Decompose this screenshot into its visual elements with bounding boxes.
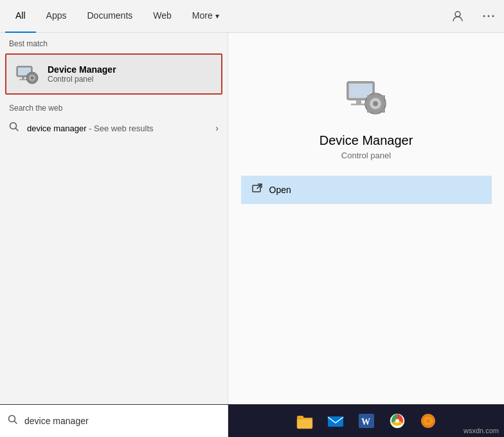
tab-apps[interactable]: Apps [36, 0, 77, 33]
open-button[interactable]: Open [241, 176, 492, 204]
search-icon [9, 122, 19, 135]
open-icon [251, 183, 263, 197]
device-manager-icon-large [341, 71, 392, 123]
best-match-item[interactable]: Device Manager Control panel [5, 53, 222, 95]
svg-rect-38 [328, 416, 343, 427]
person-icon-button[interactable] [447, 6, 468, 26]
dm-icon-svg [14, 61, 40, 87]
right-panel: Device Manager Control panel Open [228, 33, 504, 404]
tab-all[interactable]: All [5, 0, 36, 33]
taskbar-app-misc[interactable] [414, 407, 442, 435]
best-match-text: Device Manager Control panel [48, 64, 116, 84]
word-icon: W [357, 412, 375, 430]
open-window-icon [251, 183, 263, 194]
svg-point-43 [395, 419, 399, 423]
svg-rect-31 [382, 95, 385, 98]
svg-line-33 [257, 184, 262, 189]
tab-more[interactable]: More [182, 0, 230, 33]
taskbar-search-bar[interactable] [0, 405, 228, 438]
web-search-item[interactable]: device manager - See web results › [0, 115, 228, 141]
svg-point-45 [426, 419, 430, 423]
svg-rect-19 [356, 100, 361, 104]
svg-point-23 [373, 101, 378, 106]
svg-rect-28 [367, 95, 370, 98]
svg-rect-29 [382, 109, 385, 113]
svg-rect-24 [374, 93, 377, 97]
person-icon [452, 10, 464, 22]
tab-web[interactable]: Web [143, 0, 182, 33]
taskbar-search-icon [8, 414, 18, 427]
svg-point-10 [31, 77, 34, 80]
device-manager-icon-small [14, 61, 40, 87]
detail-title: Device Manager [320, 133, 413, 148]
web-search-label: Search the web [0, 97, 228, 115]
svg-point-2 [488, 15, 490, 17]
taskbar-app-file-explorer[interactable] [291, 407, 319, 435]
best-match-title: Device Manager [48, 64, 116, 75]
svg-line-16 [16, 129, 19, 131]
svg-point-1 [483, 15, 485, 17]
file-explorer-icon [296, 412, 314, 430]
chevron-right-icon: › [215, 123, 219, 133]
svg-rect-14 [36, 77, 38, 79]
nav-right-controls [447, 6, 499, 26]
tab-documents[interactable]: Documents [76, 0, 143, 33]
top-nav: All Apps Documents Web More [0, 0, 504, 33]
dm-icon-large-svg [343, 74, 390, 120]
svg-rect-6 [22, 77, 24, 79]
left-panel: Best match [0, 33, 228, 404]
taskbar: W wsxdn.com [0, 404, 504, 437]
taskbar-app-mail[interactable] [321, 407, 350, 435]
svg-rect-27 [382, 102, 386, 106]
misc-icon [419, 412, 437, 430]
ellipsis-menu-button[interactable] [478, 6, 499, 26]
svg-line-35 [15, 422, 17, 424]
svg-rect-20 [351, 104, 366, 106]
web-search-text: device manager - See web results [27, 124, 208, 133]
watermark: wsxdn.com [464, 427, 499, 434]
main-content: Best match [0, 33, 504, 404]
chrome-icon [388, 412, 406, 430]
svg-rect-25 [374, 111, 377, 114]
svg-point-3 [492, 15, 494, 17]
taskbar-app-chrome[interactable] [383, 407, 411, 435]
svg-rect-12 [32, 82, 33, 84]
svg-rect-13 [26, 77, 28, 79]
chevron-down-icon [215, 10, 219, 21]
search-input[interactable] [24, 416, 220, 426]
best-match-subtitle: Control panel [48, 75, 116, 84]
search-svg-icon [9, 122, 19, 132]
mail-icon [327, 412, 345, 430]
search-taskbar-svg [8, 414, 18, 425]
taskbar-app-word[interactable]: W [352, 407, 381, 435]
svg-rect-7 [19, 79, 27, 80]
svg-text:W: W [361, 417, 370, 427]
taskbar-app-icons: W [228, 407, 504, 435]
detail-subtitle: Control panel [341, 151, 391, 160]
svg-rect-36 [297, 418, 312, 429]
svg-rect-26 [365, 102, 368, 106]
best-match-label: Best match [0, 33, 228, 51]
svg-rect-30 [367, 109, 370, 113]
ellipsis-icon [483, 15, 494, 17]
svg-rect-11 [32, 72, 33, 74]
svg-point-0 [455, 12, 460, 17]
